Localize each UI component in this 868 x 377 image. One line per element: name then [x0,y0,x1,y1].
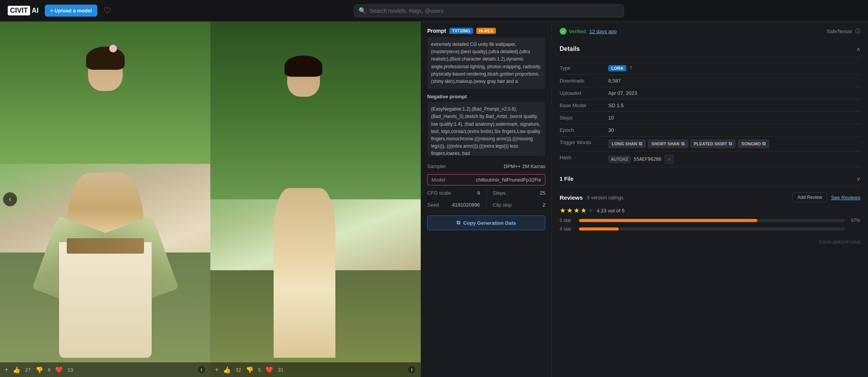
uploaded-value: Apr 07, 2023 [608,90,860,96]
steps-label: Steps [493,190,506,196]
base-model-label: Base Model [560,103,602,108]
generation-params: Sampler DPM++ 2M Karras Model chilloutmi… [427,160,545,211]
copy-generation-data-label: Copy Generation Data [463,220,516,226]
thumbup-count-left: 27 [25,367,30,373]
clip-skip-value: 2 [543,202,545,208]
base-model-row: Base Model SD 1.5 [560,99,860,112]
search-input[interactable] [354,4,624,17]
thumbdown-icon-left[interactable]: 👎 [36,366,43,374]
file-section-toggle[interactable]: ∨ [856,176,860,182]
star-bar-5star: 5 star 67% [560,218,860,223]
type-label: Type [560,65,602,71]
type-help-icon[interactable]: ? [629,65,632,71]
reviews-header: Reviews 3 version ratings Add Review See… [560,192,860,202]
star-bar-4star: 4 star [560,226,860,232]
verified-badge: ✓ Verified: 12 days ago [560,28,617,35]
verified-icon: ✓ [560,28,567,35]
prev-image-button[interactable]: ‹ [3,192,17,206]
image-left-bottom-bar: + 👍 27 👎 8 ❤️ 13 ℹ [0,362,210,377]
txt2img-badge: TXT2IMG [449,28,473,34]
stars-row: ★ ★ ★ ★ ★ 4.33 out of 5 [560,206,860,215]
prompt-text: extremely detailed CG unity 8k wallpaper… [427,37,545,89]
file-section: 1 File ∨ [560,172,860,186]
epoch-row: Epoch 30 [560,124,860,136]
5star-label: 5 star [560,218,575,223]
clip-skip-label: Clip skip [493,202,512,208]
steps-value: 25 [540,190,545,196]
reviews-title: Reviews [560,194,583,201]
seed-label: Seed [427,202,439,208]
uploaded-row: Uploaded Apr 07, 2023 [560,87,860,99]
model-label: Model [431,177,445,183]
hash-copy-button[interactable]: › [665,155,674,164]
seed-half: Seed 4191020996 [427,199,487,211]
add-reaction-button-right[interactable]: + [215,366,218,373]
base-model-value: SD 1.5 [608,103,860,108]
cfg-label: CFG scale [427,190,451,196]
uploaded-label: Uploaded [560,90,602,96]
steps-detail-label: Steps [560,115,602,121]
safe-tensor-help-icon[interactable]: ⓘ [855,28,860,35]
negative-prompt-label: Negative prompt [427,94,545,99]
model-row: Model chilloutmix_NiPrunedFp32Fix [427,174,545,185]
heart-reaction-right[interactable]: ❤️ [266,366,273,374]
trigger-word-long-shan[interactable]: LONG SHAN ⧉ [608,140,646,148]
model-value: chilloutmix_NiPrunedFp32Fix [476,177,541,183]
images-panel: ‹ + 👍 27 👎 8 ❤️ 13 ℹ [0,22,421,377]
details-section-title: Details [560,45,580,52]
clip-skip-half: Clip skip 2 [487,199,546,211]
heart-reaction-left[interactable]: ❤️ [55,366,63,374]
5star-track [579,219,845,222]
thumbdown-icon-right[interactable]: 👎 [246,366,254,374]
hash-label: Hash [560,155,602,160]
see-reviews-link[interactable]: See Reviews [831,195,860,200]
thumbup-count-right: 32 [235,367,241,373]
thumbup-icon-right[interactable]: 👍 [223,366,231,374]
trigger-words-label: Trigger Words [560,140,602,145]
prompt-content: extremely detailed CG unity 8k wallpaper… [431,42,541,84]
search-icon: 🔍 [359,7,366,14]
star-2: ★ [567,206,573,215]
epoch-label: Epoch [560,127,602,133]
steps-detail-value: 10 [608,115,860,121]
trigger-word-pleated-skirt[interactable]: PLEATED SKIRT ⧉ [690,140,736,148]
thumbup-icon-left[interactable]: 👍 [13,366,20,374]
info-badge-left[interactable]: ℹ [197,365,206,374]
details-collapse-icon[interactable]: ∧ [856,46,860,52]
copy-generation-data-button[interactable]: ⧉ Copy Generation Data [427,215,545,230]
heart-count-right: 31 [278,367,283,373]
watermark: CSDN @阿尔甲106rit [560,239,860,245]
reviews-left: Reviews 3 version ratings [560,194,623,201]
sampler-row: Sampler DPM++ 2M Karras [427,160,545,173]
trigger-word-songmo[interactable]: SONGMO ⧉ [738,140,769,148]
heart-count-left: 13 [68,367,73,373]
add-reaction-button[interactable]: + [5,366,8,373]
sampler-label: Sampler [427,163,446,169]
heart-icon[interactable]: ♡ [103,6,111,16]
verified-date-link[interactable]: 12 days ago [589,29,617,34]
upload-model-button[interactable]: + Upload a model [45,5,97,17]
sampler-value: DPM++ 2M Karras [504,163,545,169]
lora-badge: LORA [608,65,626,71]
hires-badge: HI-RES [476,28,496,34]
type-row: Type LORA ? [560,62,860,75]
trigger-words-list: LONG SHAN ⧉ SHORT SHAN ⧉ PLEATED SKIRT ⧉… [608,140,860,148]
generation-panel: Prompt TXT2IMG HI-RES extremely detailed… [421,22,552,377]
steps-half: Steps 25 [487,187,546,199]
hash-row: Hash AUTOV2 55AEF96286 › [560,151,860,167]
cfg-value: 9 [477,190,480,196]
steps-detail-row: Steps 10 [560,112,860,124]
trigger-word-short-shan[interactable]: SHORT SHAN ⧉ [648,140,688,148]
info-badge-right[interactable]: ℹ [408,365,416,374]
star-1: ★ [560,206,566,215]
file-section-header: 1 File ∨ [560,172,860,186]
thumbdown-count-left: 8 [48,367,51,373]
4star-track [579,227,845,231]
image-right-bottom-bar: + 👍 32 👎 5 ❤️ 31 ℹ [210,362,421,377]
5star-pct: 67% [849,218,860,223]
4star-fill [579,227,619,231]
add-review-button[interactable]: Add Review [792,192,827,202]
seed-value: 4191020996 [452,202,480,208]
negative-prompt-content: (EasyNegative:1.2),(Bad_Prompt_v2:0.8),(… [431,106,540,156]
logo-civit: CIVIT [8,6,30,15]
